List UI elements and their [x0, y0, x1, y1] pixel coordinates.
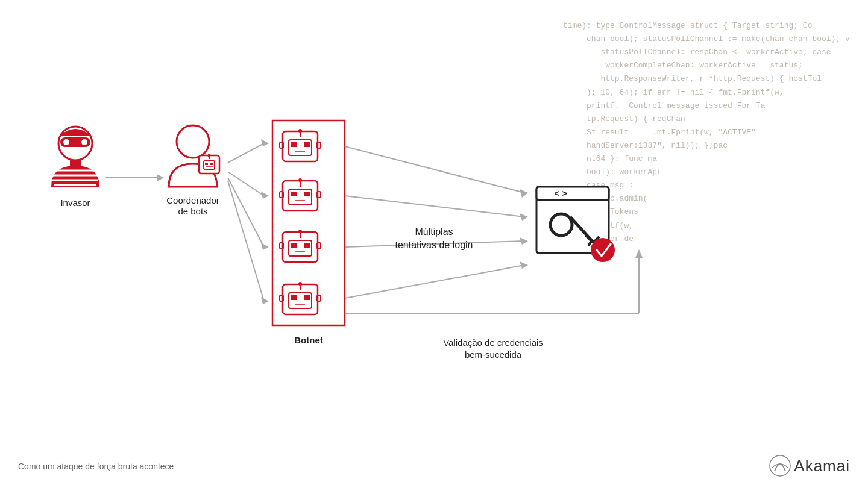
akamai-text: Akamai: [794, 457, 850, 475]
invasor-icon: [51, 127, 99, 187]
coordinator-icon: [169, 125, 219, 187]
svg-point-41: [298, 230, 302, 233]
svg-point-9: [177, 125, 209, 158]
botnet-label: Botnet: [294, 335, 323, 345]
arrow-invasor-coordinator-head: [157, 174, 164, 181]
arrow-botnet-target-4: [345, 265, 524, 298]
svg-rect-38: [304, 243, 310, 248]
svg-rect-12: [205, 163, 208, 165]
svg-rect-4: [70, 160, 81, 166]
arrow-to-bot3-head: [261, 243, 269, 250]
svg-point-15: [208, 154, 211, 157]
svg-point-50: [298, 282, 302, 286]
akamai-icon: [769, 454, 791, 477]
login-text-2: tentativas de login: [395, 240, 473, 250]
svg-point-32: [298, 178, 302, 182]
caption-text: Como um ataque de força bruta acontece: [18, 461, 174, 471]
svg-rect-37: [291, 243, 297, 248]
arrow-botnet-target-3-head: [520, 237, 528, 245]
arrow-to-bot2: [228, 172, 264, 196]
svg-rect-47: [304, 295, 310, 300]
arrow-to-bot1: [228, 143, 264, 163]
validation-arrow-head: [635, 249, 643, 258]
arrow-to-bot2-head: [261, 192, 269, 199]
svg-rect-13: [210, 163, 213, 165]
checkmark-badge: [591, 238, 615, 262]
validation-text-2: bem-sucedida: [465, 349, 522, 360]
browser-code-symbol: < >: [554, 188, 567, 198]
arrow-botnet-target-4-head: [520, 261, 528, 269]
coordinator-label-2: de bots: [178, 206, 207, 216]
login-text-1: Múltiplas: [415, 227, 453, 237]
arrow-to-bot4-head: [261, 297, 269, 304]
arrow-to-bot4: [228, 181, 264, 301]
validation-text-1: Validação de credenciais: [443, 337, 543, 348]
coordinator-label-1: Coordenador: [166, 195, 219, 205]
arrow-to-bot1-head: [261, 139, 269, 146]
arrow-botnet-target-1-head: [520, 189, 528, 198]
arrow-to-bot3: [228, 178, 264, 247]
arrow-botnet-target-2-head: [520, 213, 528, 221]
svg-rect-28: [291, 192, 297, 196]
svg-point-58: [770, 455, 790, 476]
svg-rect-29: [304, 192, 310, 196]
diagram-container: Invasor Co: [0, 48, 868, 446]
browser-top-bar: [536, 187, 609, 200]
svg-point-23: [298, 129, 302, 133]
arrow-botnet-target-1: [345, 146, 524, 193]
svg-rect-19: [291, 142, 297, 147]
svg-rect-46: [291, 295, 297, 300]
akamai-logo: Akamai: [769, 454, 850, 477]
svg-point-2: [63, 139, 69, 145]
svg-point-3: [81, 139, 87, 145]
invasor-label: Invasor: [60, 198, 90, 208]
arrow-botnet-target-2: [345, 196, 524, 217]
bottom-caption: Como um ataque de força bruta acontece: [18, 461, 174, 471]
svg-rect-20: [304, 142, 310, 147]
code-line-1: time): type ControlMessage struct { Targ…: [563, 21, 812, 30]
code-line-2: chan bool); statusPollChannel := make(ch…: [563, 34, 850, 43]
